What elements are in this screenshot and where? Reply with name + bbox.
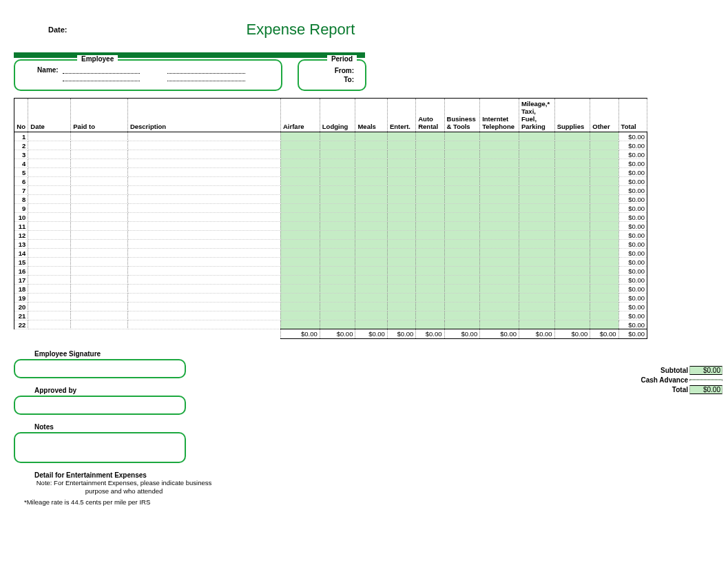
cell-input[interactable] [28,231,71,240]
cell-input[interactable] [28,267,71,276]
cell-amount[interactable] [387,168,415,177]
cell-amount[interactable] [320,168,355,177]
cell-amount[interactable] [554,303,590,311]
cell-amount[interactable] [355,294,387,303]
cell-amount[interactable] [387,258,415,267]
cell-amount[interactable] [387,222,415,231]
cell-input[interactable] [28,311,71,320]
cell-input[interactable] [127,320,280,329]
cell-amount[interactable] [355,213,387,222]
cell-amount[interactable] [280,132,320,141]
cell-input[interactable] [127,276,280,285]
cell-input[interactable] [127,195,280,204]
cell-amount[interactable] [480,285,519,294]
cell-amount[interactable] [416,213,444,222]
cell-amount[interactable] [480,150,519,159]
cell-amount[interactable] [280,267,320,276]
cell-amount[interactable] [590,132,618,141]
cell-amount[interactable] [590,320,618,329]
cell-input[interactable] [71,222,128,231]
cell-input[interactable] [28,168,71,177]
cell-amount[interactable] [280,204,320,213]
cell-amount[interactable] [320,204,355,213]
cell-input[interactable] [127,285,280,294]
cell-amount[interactable] [480,141,519,150]
cell-amount[interactable] [444,240,480,249]
cell-amount[interactable] [355,267,387,276]
cell-amount[interactable] [320,177,355,186]
cell-amount[interactable] [554,150,590,159]
cell-amount[interactable] [480,320,519,329]
cell-amount[interactable] [416,249,444,258]
cell-amount[interactable] [519,249,554,258]
cell-input[interactable] [28,320,71,329]
cell-amount[interactable] [590,168,618,177]
cell-amount[interactable] [320,195,355,204]
cell-input[interactable] [28,141,71,150]
cell-amount[interactable] [554,285,590,294]
cell-amount[interactable] [416,168,444,177]
cell-amount[interactable] [416,132,444,141]
cell-amount[interactable] [480,195,519,204]
cell-amount[interactable] [519,177,554,186]
cell-amount[interactable] [519,159,554,168]
cell-amount[interactable] [387,159,415,168]
cell-amount[interactable] [554,132,590,141]
cell-amount[interactable] [480,132,519,141]
cell-input[interactable] [28,204,71,213]
cell-amount[interactable] [444,320,480,329]
cell-amount[interactable] [355,177,387,186]
cell-amount[interactable] [280,240,320,249]
cell-amount[interactable] [320,311,355,320]
cell-amount[interactable] [554,204,590,213]
cell-amount[interactable] [519,231,554,240]
cell-amount[interactable] [554,320,590,329]
cell-amount[interactable] [444,132,480,141]
cell-amount[interactable] [554,276,590,285]
cell-amount[interactable] [280,285,320,294]
cell-amount[interactable] [355,204,387,213]
cell-input[interactable] [127,150,280,159]
cell-amount[interactable] [416,186,444,195]
cell-amount[interactable] [280,159,320,168]
cell-amount[interactable] [519,311,554,320]
cell-input[interactable] [71,204,128,213]
cell-amount[interactable] [590,249,618,258]
cell-input[interactable] [127,231,280,240]
cell-amount[interactable] [320,303,355,311]
cell-input[interactable] [28,276,71,285]
cell-amount[interactable] [554,249,590,258]
cell-amount[interactable] [554,267,590,276]
cell-amount[interactable] [355,132,387,141]
cell-amount[interactable] [387,320,415,329]
cell-amount[interactable] [320,132,355,141]
cell-amount[interactable] [416,177,444,186]
cell-input[interactable] [28,258,71,267]
cell-amount[interactable] [590,186,618,195]
cell-amount[interactable] [519,294,554,303]
cell-input[interactable] [28,303,71,311]
cell-input[interactable] [71,150,128,159]
employee-signature-box[interactable] [14,359,186,378]
cell-amount[interactable] [280,141,320,150]
cell-amount[interactable] [554,186,590,195]
cell-amount[interactable] [444,222,480,231]
cell-input[interactable] [127,303,280,311]
cell-amount[interactable] [554,141,590,150]
cell-amount[interactable] [387,150,415,159]
cell-amount[interactable] [480,204,519,213]
cell-amount[interactable] [280,168,320,177]
cell-amount[interactable] [280,311,320,320]
cell-amount[interactable] [280,303,320,311]
cell-input[interactable] [71,141,128,150]
cell-input[interactable] [28,150,71,159]
approved-by-box[interactable] [14,396,186,415]
cell-amount[interactable] [416,222,444,231]
cell-amount[interactable] [387,213,415,222]
cell-amount[interactable] [320,240,355,249]
cell-amount[interactable] [320,186,355,195]
name-input-line[interactable] [63,66,141,74]
cell-amount[interactable] [387,267,415,276]
cell-input[interactable] [127,141,280,150]
cell-amount[interactable] [387,240,415,249]
